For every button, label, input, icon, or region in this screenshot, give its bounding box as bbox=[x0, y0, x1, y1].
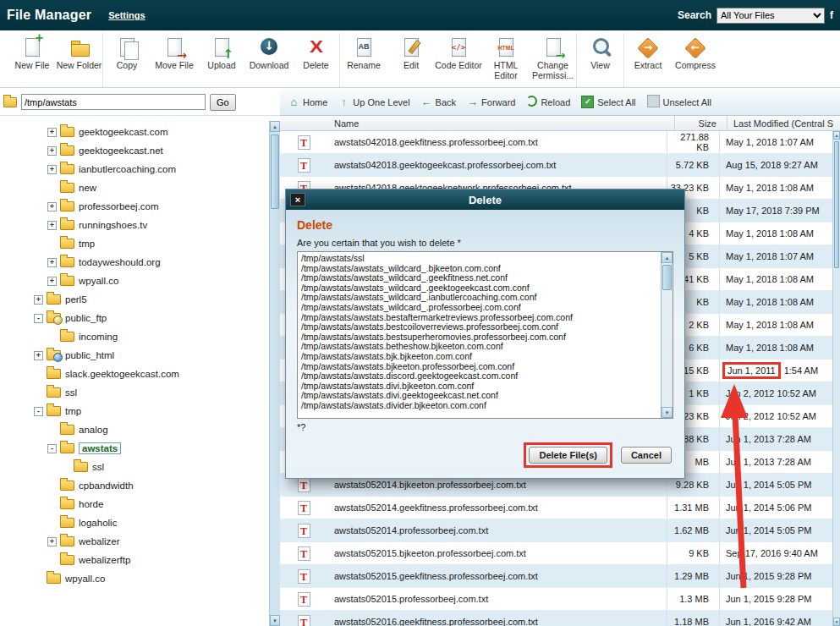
tree-item[interactable]: ianbutlercoaching.com bbox=[0, 160, 269, 178]
toolbar-button[interactable]: Rename bbox=[340, 33, 387, 87]
tree-item[interactable]: perl5 bbox=[0, 290, 269, 309]
toolbar-button[interactable]: Change Permissi... bbox=[530, 33, 577, 87]
filelist-scrollbar-thumb[interactable] bbox=[834, 141, 839, 268]
scroll-up-icon[interactable] bbox=[662, 252, 673, 263]
scroll-down-icon[interactable] bbox=[270, 615, 280, 626]
nav-button[interactable]: Back bbox=[421, 96, 456, 108]
tree-item[interactable]: ssl bbox=[0, 458, 269, 476]
expand-toggle-icon[interactable] bbox=[47, 444, 57, 453]
cancel-button[interactable]: Cancel bbox=[621, 447, 672, 464]
column-header-modified[interactable]: Last Modified (Central S bbox=[727, 116, 840, 130]
file-modified-date: May 1, 2018 1:08 AM bbox=[726, 183, 814, 193]
toolbar-button[interactable]: Move File bbox=[151, 33, 198, 87]
file-row[interactable]: T awstats052014.professorbeej.com.txt 1.… bbox=[280, 519, 832, 542]
table-header: Name Size Last Modified (Central S bbox=[280, 116, 840, 131]
expand-toggle-icon[interactable] bbox=[34, 351, 43, 360]
scroll-down-icon[interactable] bbox=[833, 618, 840, 626]
nav-button[interactable]: Unselect All bbox=[647, 95, 711, 109]
path-line: /tmp/awstats/awstats.betheshow.bjkeeton.… bbox=[301, 342, 657, 352]
tree-item[interactable]: cpbandwidth bbox=[0, 476, 269, 495]
delete-paths-list[interactable]: /tmp/awstats/ssl /tmp/awstats/awstats_wi… bbox=[297, 251, 673, 419]
tree-item[interactable]: awstats bbox=[0, 439, 269, 458]
search-scope-select[interactable]: All Your Files bbox=[716, 8, 825, 24]
tree-item[interactable]: todayweshould.org bbox=[0, 253, 269, 272]
toolbar-button[interactable]: Extract bbox=[624, 33, 672, 87]
toolbar-button[interactable]: Edit bbox=[387, 33, 435, 87]
tree-item[interactable]: wpyall.co bbox=[0, 569, 269, 588]
tree-scrollbar[interactable] bbox=[269, 121, 280, 626]
toolbar-button[interactable]: Copy bbox=[103, 33, 151, 87]
paths-scrollbar-thumb[interactable] bbox=[662, 265, 672, 290]
tree-item[interactable]: geektogeekcast.net bbox=[0, 141, 269, 160]
tree-item[interactable]: public_ftp bbox=[0, 309, 269, 327]
tree-scrollbar-thumb[interactable] bbox=[271, 135, 279, 209]
toolbar-button[interactable]: Delete bbox=[293, 33, 340, 87]
file-row[interactable]: T awstats052014.geekfitness.professorbee… bbox=[280, 497, 832, 519]
nav-button[interactable]: Forward bbox=[467, 96, 515, 108]
delete-files-button[interactable]: Delete File(s) bbox=[529, 447, 607, 464]
toolbar-button[interactable]: Code Editor bbox=[435, 33, 482, 87]
expand-toggle-icon[interactable] bbox=[34, 295, 43, 305]
tree-item[interactable]: tmp bbox=[0, 234, 269, 253]
toolbar-button[interactable]: HTML Editor bbox=[482, 33, 530, 87]
toolbar-button[interactable]: New File bbox=[8, 33, 56, 87]
expand-toggle-icon[interactable] bbox=[47, 146, 57, 156]
filelist-scrollbar[interactable] bbox=[832, 131, 840, 626]
toolbar-button-label: Rename bbox=[347, 61, 381, 71]
tree-item[interactable]: geektogeekcast.com bbox=[0, 123, 269, 141]
nav-button[interactable]: Up One Level bbox=[338, 96, 409, 108]
nav-button[interactable]: Select All bbox=[581, 96, 635, 108]
toolbar-button[interactable]: View bbox=[577, 33, 624, 87]
toolbar-button[interactable]: Upload bbox=[198, 33, 245, 87]
tree-item[interactable]: analog bbox=[0, 420, 269, 439]
expand-toggle-icon[interactable] bbox=[34, 407, 43, 416]
tree-item[interactable]: slack.geektogeekcast.com bbox=[0, 365, 269, 383]
tree-item[interactable]: webalizer bbox=[0, 532, 269, 551]
path-input[interactable] bbox=[21, 94, 206, 110]
text-file-icon: T bbox=[298, 501, 310, 515]
tree-item[interactable]: horde bbox=[0, 495, 269, 513]
file-row[interactable]: T awstats042018.geektogeekcast.professor… bbox=[280, 154, 832, 177]
tree-item[interactable]: wpyall.co bbox=[0, 272, 269, 290]
expand-toggle-icon[interactable] bbox=[47, 537, 57, 546]
file-row[interactable]: T awstats052016.geekfitness.professorbee… bbox=[280, 611, 832, 626]
nav-button[interactable]: Reload bbox=[526, 96, 570, 108]
tree-item[interactable]: ssl bbox=[0, 383, 269, 402]
expand-toggle-icon[interactable] bbox=[47, 221, 57, 230]
file-row[interactable]: T awstats052015.bjkeeton.professorbeej.c… bbox=[280, 542, 832, 565]
tree-item[interactable]: new bbox=[0, 178, 269, 197]
tree-item[interactable]: logaholic bbox=[0, 513, 269, 532]
scroll-up-icon[interactable] bbox=[270, 121, 280, 132]
file-modified: Jun 2, 2012 10:52 AM bbox=[719, 405, 832, 427]
expand-toggle-icon[interactable] bbox=[34, 314, 43, 323]
path-bar: Go bbox=[0, 89, 280, 116]
toolbar-button[interactable]: New Folder bbox=[56, 33, 103, 87]
scroll-up-icon[interactable] bbox=[833, 131, 840, 140]
nav-button[interactable]: Home bbox=[288, 96, 327, 108]
go-button[interactable]: Go bbox=[210, 94, 236, 111]
path-line: /tmp/awstats/awstats.bjkeeton.professorb… bbox=[301, 362, 657, 372]
expand-toggle-icon[interactable] bbox=[47, 128, 57, 137]
tree-item[interactable]: webalizerftp bbox=[0, 551, 269, 569]
folder-icon bbox=[60, 257, 74, 267]
toolbar-button[interactable]: Download bbox=[245, 33, 293, 87]
file-row[interactable]: T awstats052015.professorbeej.com.txt 1.… bbox=[280, 588, 832, 611]
expand-toggle-icon[interactable] bbox=[47, 258, 57, 267]
settings-link[interactable]: Settings bbox=[108, 10, 145, 20]
paths-list-scrollbar[interactable] bbox=[661, 252, 673, 418]
tree-item[interactable]: public_html bbox=[0, 346, 269, 365]
expand-toggle-icon[interactable] bbox=[47, 202, 57, 211]
close-icon[interactable] bbox=[290, 193, 305, 206]
tree-item[interactable]: incoming bbox=[0, 327, 269, 346]
column-header-size[interactable]: Size bbox=[674, 116, 727, 130]
tree-item[interactable]: runningshoes.tv bbox=[0, 216, 269, 234]
file-row[interactable]: T awstats042018.geekfitness.professorbee… bbox=[280, 131, 832, 154]
expand-toggle-icon[interactable] bbox=[47, 277, 57, 286]
toolbar-button[interactable]: Compress bbox=[672, 33, 719, 87]
tree-item[interactable]: professorbeej.com bbox=[0, 197, 269, 216]
tree-item[interactable]: tmp bbox=[0, 402, 269, 420]
file-row[interactable]: T awstats052015.geekfitness.professorbee… bbox=[280, 565, 832, 588]
scroll-down-icon[interactable] bbox=[662, 407, 673, 418]
expand-toggle-icon[interactable] bbox=[47, 165, 57, 174]
column-header-name[interactable]: Name bbox=[327, 118, 674, 129]
